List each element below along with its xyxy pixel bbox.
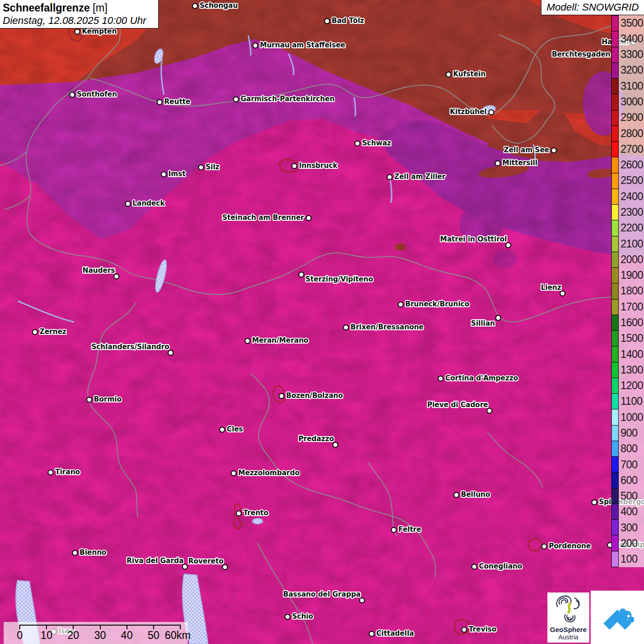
- colorbar-label-2700: 2700: [621, 141, 644, 157]
- colorbar-segment-1800: [612, 283, 618, 299]
- colorbar-label-600: 600: [621, 472, 644, 488]
- city-label: Schio: [292, 612, 313, 621]
- city-label: Feltre: [398, 525, 421, 534]
- city-label: Sillian: [471, 319, 495, 328]
- city-label: Mezzolombardo: [238, 469, 299, 477]
- city-label: Bad Tölz: [332, 17, 364, 25]
- colorbar-segment-400: [612, 504, 618, 520]
- scale-number-0: 0: [17, 629, 23, 642]
- colorbar-segment-600: [612, 472, 618, 488]
- colorbar-label-200: 200: [621, 535, 644, 551]
- city-dot: [324, 18, 330, 24]
- city-dot: [233, 97, 239, 103]
- city-dot: [48, 470, 54, 476]
- colorbar-label-1300: 1300: [621, 362, 644, 378]
- colorbar-segment-2900: [612, 110, 618, 126]
- scale-tick-0: [19, 625, 20, 629]
- city-label: Zell am Ziller: [394, 172, 445, 181]
- city-label: Trento: [243, 509, 268, 517]
- colorbar-label-2300: 2300: [621, 204, 644, 220]
- city-label: Tirano: [55, 468, 80, 476]
- colorbar-segment-1100: [612, 394, 618, 409]
- colorbar-segment-3200: [612, 63, 618, 79]
- city-dot: [454, 492, 460, 498]
- city-label: Schwaz: [362, 139, 391, 147]
- scale-tick-50: [153, 625, 154, 629]
- city-dot: [446, 72, 452, 78]
- city-dot: [541, 544, 547, 550]
- colorbar-segment-2300: [612, 205, 618, 220]
- city-label: Brixen/Bressanone: [351, 323, 424, 331]
- colorbar-label-900: 900: [621, 425, 644, 441]
- city-layer: SchongauBad TölzKemptenMurnau am Staffel…: [0, 0, 644, 644]
- colorbar-label-2400: 2400: [621, 189, 644, 204]
- scale-tick-40: [126, 625, 127, 629]
- colorbar-label-100: 100: [621, 552, 644, 567]
- city-label: Riva del Garda: [126, 557, 184, 565]
- colorbar-label-2000: 2000: [621, 252, 644, 267]
- colorbar-segment-3100: [612, 79, 618, 94]
- colorbar-label-2600: 2600: [621, 157, 644, 173]
- city-label: Silz: [206, 163, 219, 171]
- colorbar-label-2200: 2200: [621, 220, 644, 236]
- scale-tick-30: [100, 625, 101, 629]
- city-label: Rovereto: [188, 557, 224, 565]
- geosphere-logo-box: GeoSphere Austria: [547, 592, 589, 643]
- colorbar-segment-800: [612, 441, 618, 457]
- city-dot: [157, 99, 163, 105]
- city-dot: [192, 3, 198, 9]
- city-label: Cortina d'Ampezzo: [445, 374, 518, 382]
- city-dot: [253, 43, 259, 49]
- city-label: Bruneck/Brunico: [405, 300, 469, 308]
- colorbar: [611, 15, 619, 567]
- city-dot: [369, 631, 375, 637]
- city-label: Nauders: [82, 266, 115, 275]
- scale-number-20: 20: [68, 629, 80, 642]
- scale-number-30: 30: [94, 629, 106, 642]
- city-label: Belluno: [461, 490, 490, 499]
- colorbar-segment-3500: [612, 16, 618, 31]
- scale-tick-10: [46, 625, 47, 629]
- city-label: Pieve di Cadore: [427, 401, 488, 409]
- city-label: Bienno: [80, 548, 106, 557]
- city-dot: [343, 325, 349, 331]
- colorbar-segment-2800: [612, 126, 618, 142]
- city-dot: [285, 614, 291, 620]
- colorbar-segment-1000: [612, 409, 618, 425]
- colorbar-label-500: 500: [621, 488, 644, 504]
- city-dot: [355, 141, 361, 147]
- colorbar-segment-1300: [612, 362, 618, 378]
- city-dot: [299, 272, 305, 278]
- city-dot: [279, 393, 285, 399]
- city-dot: [495, 161, 501, 167]
- title-box: Schneefallgrenze [m] Dienstag, 12.08.202…: [0, 0, 159, 29]
- colorbar-label-3000: 3000: [621, 94, 644, 109]
- city-dot: [75, 29, 80, 35]
- colorbar-segment-1700: [612, 299, 618, 315]
- page-title: Schneefallgrenze [m]: [3, 2, 158, 14]
- colorbar-label-800: 800: [621, 441, 644, 457]
- colorbar-label-1700: 1700: [621, 299, 644, 315]
- partner-logo-box: [591, 591, 644, 644]
- city-label: Cles: [227, 425, 243, 433]
- colorbar-segment-1500: [612, 331, 618, 346]
- colorbar-segment-2200: [612, 220, 618, 236]
- city-label: Schongau: [200, 1, 238, 10]
- city-dot: [125, 201, 131, 207]
- weather-map-product: SchongauBad TölzKemptenMurnau am Staffel…: [0, 0, 644, 644]
- city-dot: [231, 471, 237, 477]
- colorbar-label-3200: 3200: [621, 63, 644, 78]
- title-text: Schneefallgrenze: [3, 2, 90, 14]
- city-label: Treviso: [469, 625, 496, 633]
- city-dot: [198, 165, 204, 171]
- city-dot: [391, 527, 397, 533]
- scale-number-50: 50: [148, 629, 160, 642]
- colorbar-segment-1200: [612, 378, 618, 394]
- colorbar-label-1600: 1600: [621, 315, 644, 330]
- city-label: Berchtesgaden: [552, 50, 610, 58]
- colorbar-label-3300: 3300: [621, 47, 644, 63]
- city-label: Sonthofen: [77, 90, 117, 98]
- city-dot: [236, 511, 242, 517]
- city-dot: [489, 109, 494, 115]
- colorbar-segment-900: [612, 426, 618, 441]
